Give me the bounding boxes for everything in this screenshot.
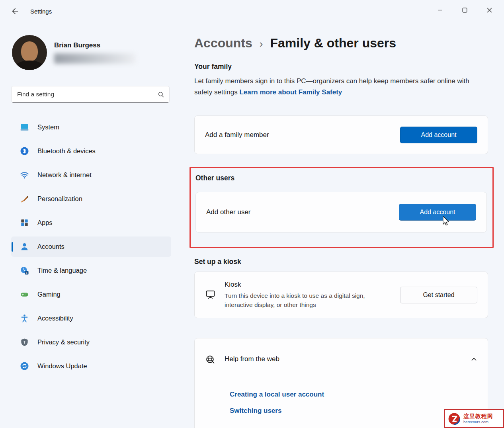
search-icon [158,91,164,98]
add-other-user-label: Add other user [206,208,251,216]
highlight-annotation: Other users Add other user Add account [189,167,494,248]
accounts-icon [20,242,29,251]
sidebar-item-label: Accounts [37,243,64,250]
user-email-redacted [54,53,135,64]
back-arrow-icon [11,7,19,15]
close-button[interactable] [477,1,502,19]
minimize-icon [438,8,443,13]
back-button[interactable] [8,4,22,18]
breadcrumb: Accounts › Family & other users [194,36,488,51]
sidebar-item-label: Apps [37,219,53,227]
help-from-web-expander[interactable]: Help from the web [195,338,488,380]
sidebar-item-label: Personalization [37,195,82,203]
windows-update-icon [20,362,29,371]
help-links: Creating a local user accountSwitching u… [195,380,488,415]
settings-window: { "window": { "title": "Settings" }, "si… [0,0,504,428]
kiosk-description: Turn this device into a kiosk to use as … [225,291,381,309]
user-profile: Brian Burgess [12,35,183,70]
sidebar-item-network-internet[interactable]: Network & internet [11,165,171,185]
user-avatar[interactable] [12,35,47,70]
close-icon [487,8,492,13]
watermark: 这里教程网 herecours.com [444,409,504,428]
sidebar-item-apps[interactable]: Apps [11,213,171,233]
sidebar: Brian Burgess SystemBluetooth & devicesN… [0,22,183,428]
sidebar-item-bluetooth-devices[interactable]: Bluetooth & devices [11,141,171,161]
accessibility-icon [20,314,29,323]
add-other-user-account-button[interactable]: Add account [399,204,476,221]
time-language-icon: L [20,266,29,275]
family-safety-link[interactable]: Learn more about Family Safety [239,88,342,96]
watermark-site-url: herecours.com [463,420,493,424]
gaming-icon [20,290,29,299]
user-meta: Brian Burgess [54,41,135,64]
globe-icon [205,354,216,365]
add-family-member-card: Add a family member Add account [194,115,488,154]
kiosk-title: Kiosk [225,281,400,289]
search-input[interactable] [16,90,158,98]
main-content: Accounts › Family & other users Your fam… [183,22,504,428]
add-family-member-label: Add a family member [205,131,269,139]
bluetooth-icon [20,147,29,156]
sidebar-item-label: Bluetooth & devices [37,147,96,155]
kiosk-heading: Set up a kiosk [194,258,488,266]
sidebar-item-label: Windows Update [37,362,87,370]
sidebar-item-time-language[interactable]: LTime & language [11,260,171,281]
window-title: Settings [30,8,52,15]
sidebar-item-windows-update[interactable]: Windows Update [11,356,171,376]
window-controls [428,1,502,19]
search-box [11,86,170,103]
add-other-user-card: Add other user Add account [195,192,487,233]
sidebar-item-personalization[interactable]: Personalization [11,189,171,209]
network-icon [20,170,29,180]
apps-icon [20,218,29,227]
svg-text:L: L [26,272,27,274]
kiosk-icon [205,289,216,300]
other-users-heading: Other users [195,174,487,182]
chevron-up-icon[interactable] [471,356,477,363]
watermark-text: 这里教程网 herecours.com [463,413,493,424]
help-from-web-title: Help from the web [225,355,279,363]
sidebar-item-privacy-security[interactable]: Privacy & security [11,332,171,352]
privacy-icon [20,338,29,347]
maximize-button[interactable] [452,1,477,19]
sidebar-nav: SystemBluetooth & devicesNetwork & inter… [0,117,183,376]
minimize-button[interactable] [428,1,452,19]
sidebar-item-system[interactable]: System [11,117,171,137]
page-title: Family & other users [270,36,396,51]
maximize-icon [462,8,467,13]
sidebar-item-accounts[interactable]: Accounts [11,236,171,257]
user-name: Brian Burgess [54,41,135,49]
kiosk-text: Kiosk Turn this device into a kiosk to u… [225,281,400,309]
sidebar-item-label: Time & language [37,267,87,274]
sidebar-item-label: Privacy & security [37,338,90,346]
sidebar-item-label: Network & internet [37,171,92,179]
sidebar-item-label: System [37,123,59,131]
breadcrumb-separator-icon: › [260,38,263,50]
selected-indicator [12,242,13,252]
titlebar: Settings [0,0,504,22]
kiosk-get-started-button[interactable]: Get started [400,287,477,303]
your-family-description: Let family members sign in to this PC—or… [194,76,488,98]
sidebar-item-label: Accessibility [37,315,73,322]
personalization-icon [20,194,29,203]
sidebar-item-label: Gaming [37,291,61,298]
add-family-account-button[interactable]: Add account [400,127,477,143]
breadcrumb-accounts[interactable]: Accounts [194,36,252,51]
sidebar-item-accessibility[interactable]: Accessibility [11,308,171,328]
help-link-creating-a-local-user-account[interactable]: Creating a local user account [230,391,488,399]
kiosk-card: Kiosk Turn this device into a kiosk to u… [194,272,488,318]
watermark-site-name: 这里教程网 [463,413,493,419]
your-family-heading: Your family [194,63,488,71]
watermark-logo-icon [447,412,461,426]
sidebar-item-gaming[interactable]: Gaming [11,284,171,305]
system-icon [20,123,29,132]
